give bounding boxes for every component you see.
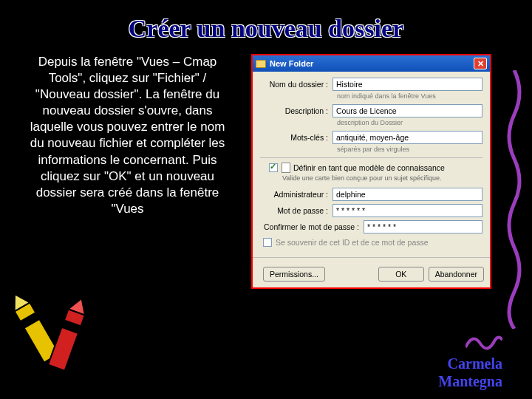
- cancel-button[interactable]: Abandonner: [429, 267, 484, 282]
- password-label: Mot de passe :: [260, 206, 332, 215]
- crayons-decoration: [7, 273, 96, 377]
- separator-2: [253, 257, 490, 258]
- confirm-password-input[interactable]: [364, 220, 482, 233]
- dialog-buttons: Permissions... OK Abandonner: [253, 262, 490, 287]
- admin-label: Administrateur :: [260, 190, 332, 199]
- ok-button[interactable]: OK: [378, 267, 424, 282]
- dialog-body: Nom du dossier : nom indiqué dans la fen…: [253, 72, 490, 253]
- folder-name-label: Nom du dossier :: [260, 80, 332, 89]
- keywords-input[interactable]: [332, 131, 482, 144]
- password-input[interactable]: [332, 204, 482, 217]
- description-label: Description :: [260, 106, 332, 115]
- folder-name-hint: nom indiqué dans la fenêtre Vues: [337, 92, 482, 100]
- folder-name-input[interactable]: [332, 78, 482, 91]
- squiggle-decoration: [504, 70, 525, 329]
- confirm-password-label: Confirmer le mot de passe :: [260, 222, 364, 231]
- description-hint: description du Dossier: [337, 119, 482, 126]
- author-credit: Carmela Mantegna: [438, 355, 502, 390]
- new-folder-dialog: New Folder ✕ Nom du dossier : nom indiqu…: [251, 54, 491, 289]
- remember-checkbox-label: Se souvenir de cet ID et de ce mot de pa…: [276, 238, 429, 247]
- model-checkbox[interactable]: [269, 163, 278, 172]
- squiggle-small-decoration: [466, 329, 502, 351]
- page-title: Créer un nouveau dossier: [0, 0, 532, 43]
- model-checkbox-label: Définir en tant que modèle de connaissan…: [293, 163, 445, 172]
- svg-rect-3: [48, 309, 85, 370]
- instructions-text: Depuis la fenêtre "Vues – Cmap Tools", c…: [0, 54, 248, 289]
- admin-input[interactable]: [332, 188, 482, 201]
- dialog-title: New Folder: [270, 59, 474, 68]
- permissions-button[interactable]: Permissions...: [263, 267, 325, 282]
- model-sub-label: Valide une carte bien conçue pour un suj…: [282, 174, 482, 182]
- description-input[interactable]: [332, 104, 482, 117]
- close-button[interactable]: ✕: [474, 58, 487, 69]
- dialog-titlebar: New Folder ✕: [253, 55, 490, 72]
- remember-checkbox[interactable]: [263, 238, 272, 247]
- folder-icon: [256, 60, 266, 68]
- content-row: Depuis la fenêtre "Vues – Cmap Tools", c…: [0, 54, 532, 289]
- keywords-hint: séparés par des virgules: [337, 146, 482, 153]
- page-icon: [282, 163, 290, 173]
- separator: [260, 157, 482, 158]
- keywords-label: Mots-clés :: [260, 133, 332, 142]
